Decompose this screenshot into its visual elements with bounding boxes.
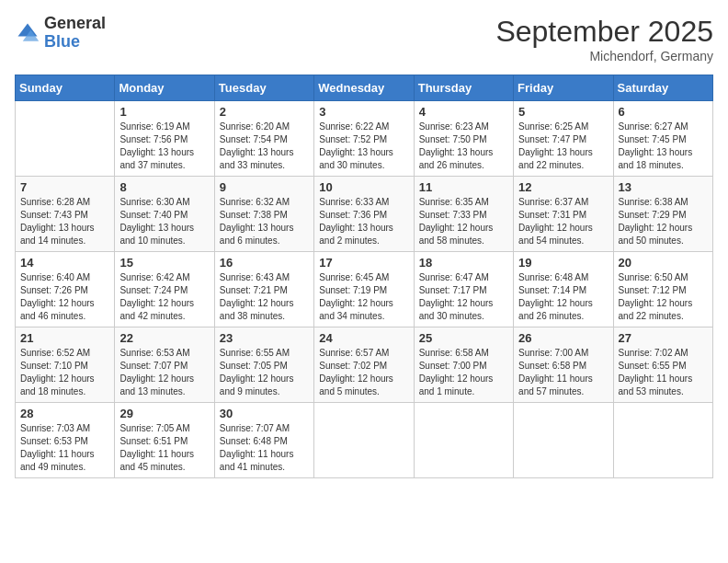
calendar-cell: 4Sunrise: 6:23 AMSunset: 7:50 PMDaylight… <box>414 101 513 177</box>
calendar-cell: 14Sunrise: 6:40 AMSunset: 7:26 PMDayligh… <box>16 252 115 327</box>
day-number: 8 <box>119 180 209 194</box>
calendar-cell: 20Sunrise: 6:50 AMSunset: 7:12 PMDayligh… <box>613 252 712 327</box>
day-number: 26 <box>518 331 608 345</box>
calendar-cell: 26Sunrise: 7:00 AMSunset: 6:58 PMDayligh… <box>514 327 613 403</box>
day-info: Sunrise: 6:27 AMSunset: 7:45 PMDaylight:… <box>619 121 708 172</box>
calendar-cell: 7Sunrise: 6:28 AMSunset: 7:43 PMDaylight… <box>16 177 115 252</box>
calendar-cell <box>414 403 513 478</box>
calendar-cell: 18Sunrise: 6:47 AMSunset: 7:17 PMDayligh… <box>414 252 513 327</box>
calendar-week-row: 28Sunrise: 7:03 AMSunset: 6:53 PMDayligh… <box>16 403 713 478</box>
calendar-cell: 3Sunrise: 6:22 AMSunset: 7:52 PMDaylight… <box>314 101 414 177</box>
day-info: Sunrise: 6:38 AMSunset: 7:29 PMDaylight:… <box>619 196 708 247</box>
day-number: 16 <box>220 256 309 270</box>
day-number: 18 <box>419 256 508 270</box>
day-number: 10 <box>319 180 408 194</box>
calendar-week-row: 14Sunrise: 6:40 AMSunset: 7:26 PMDayligh… <box>16 252 713 327</box>
page-header: General Blue September 2025 Michendorf, … <box>15 15 713 63</box>
day-info: Sunrise: 6:19 AMSunset: 7:56 PMDaylight:… <box>119 121 209 172</box>
calendar-cell <box>514 403 613 478</box>
day-info: Sunrise: 6:48 AMSunset: 7:14 PMDaylight:… <box>518 271 608 323</box>
day-number: 15 <box>119 256 209 270</box>
weekday-header: Saturday <box>613 75 712 101</box>
logo-icon <box>15 20 40 46</box>
day-info: Sunrise: 6:33 AMSunset: 7:36 PMDaylight:… <box>319 196 408 247</box>
day-info: Sunrise: 6:22 AMSunset: 7:52 PMDaylight:… <box>319 121 408 172</box>
day-number: 1 <box>119 105 209 119</box>
day-number: 25 <box>419 331 508 345</box>
day-info: Sunrise: 7:00 AMSunset: 6:58 PMDaylight:… <box>518 347 608 398</box>
day-number: 2 <box>220 105 309 119</box>
calendar-cell: 16Sunrise: 6:43 AMSunset: 7:21 PMDayligh… <box>214 252 313 327</box>
calendar-cell <box>314 403 414 478</box>
day-number: 28 <box>20 407 109 420</box>
weekday-header: Monday <box>115 75 214 101</box>
day-info: Sunrise: 6:37 AMSunset: 7:31 PMDaylight:… <box>518 196 608 247</box>
logo-blue-text: Blue <box>44 33 106 52</box>
day-number: 11 <box>419 180 508 194</box>
day-info: Sunrise: 6:50 AMSunset: 7:12 PMDaylight:… <box>619 271 708 323</box>
day-info: Sunrise: 6:58 AMSunset: 7:00 PMDaylight:… <box>419 347 508 398</box>
calendar-cell: 5Sunrise: 6:25 AMSunset: 7:47 PMDaylight… <box>514 101 613 177</box>
weekday-header: Thursday <box>414 75 513 101</box>
day-number: 14 <box>20 256 109 270</box>
day-number: 3 <box>319 105 408 119</box>
calendar-cell: 27Sunrise: 7:02 AMSunset: 6:55 PMDayligh… <box>613 327 712 403</box>
day-info: Sunrise: 6:35 AMSunset: 7:33 PMDaylight:… <box>419 196 508 247</box>
calendar-cell: 11Sunrise: 6:35 AMSunset: 7:33 PMDayligh… <box>414 177 513 252</box>
calendar-cell: 12Sunrise: 6:37 AMSunset: 7:31 PMDayligh… <box>514 177 613 252</box>
calendar-cell: 2Sunrise: 6:20 AMSunset: 7:54 PMDaylight… <box>214 101 313 177</box>
title-block: September 2025 Michendorf, Germany <box>495 15 713 63</box>
day-info: Sunrise: 6:45 AMSunset: 7:19 PMDaylight:… <box>319 271 408 323</box>
location: Michendorf, Germany <box>495 49 713 63</box>
calendar-cell: 1Sunrise: 6:19 AMSunset: 7:56 PMDaylight… <box>115 101 214 177</box>
weekday-header: Tuesday <box>214 75 313 101</box>
month-title: September 2025 <box>495 15 713 49</box>
day-info: Sunrise: 6:32 AMSunset: 7:38 PMDaylight:… <box>220 196 309 247</box>
day-number: 30 <box>220 407 309 420</box>
day-info: Sunrise: 6:23 AMSunset: 7:50 PMDaylight:… <box>419 121 508 172</box>
day-number: 7 <box>20 180 109 194</box>
day-info: Sunrise: 6:53 AMSunset: 7:07 PMDaylight:… <box>119 347 209 398</box>
day-number: 22 <box>119 331 209 345</box>
day-number: 5 <box>518 105 608 119</box>
day-info: Sunrise: 6:28 AMSunset: 7:43 PMDaylight:… <box>20 196 109 247</box>
calendar-cell: 24Sunrise: 6:57 AMSunset: 7:02 PMDayligh… <box>314 327 414 403</box>
calendar-cell: 9Sunrise: 6:32 AMSunset: 7:38 PMDaylight… <box>214 177 313 252</box>
calendar-cell: 19Sunrise: 6:48 AMSunset: 7:14 PMDayligh… <box>514 252 613 327</box>
day-info: Sunrise: 6:55 AMSunset: 7:05 PMDaylight:… <box>220 347 309 398</box>
calendar-cell: 30Sunrise: 7:07 AMSunset: 6:48 PMDayligh… <box>214 403 313 478</box>
calendar-cell: 8Sunrise: 6:30 AMSunset: 7:40 PMDaylight… <box>115 177 214 252</box>
day-info: Sunrise: 6:43 AMSunset: 7:21 PMDaylight:… <box>220 271 309 323</box>
weekday-header: Wednesday <box>314 75 414 101</box>
day-number: 20 <box>619 256 708 270</box>
day-info: Sunrise: 6:52 AMSunset: 7:10 PMDaylight:… <box>20 347 109 398</box>
calendar-cell: 6Sunrise: 6:27 AMSunset: 7:45 PMDaylight… <box>613 101 712 177</box>
day-info: Sunrise: 6:47 AMSunset: 7:17 PMDaylight:… <box>419 271 508 323</box>
calendar-header-row: SundayMondayTuesdayWednesdayThursdayFrid… <box>16 75 713 101</box>
calendar-cell: 25Sunrise: 6:58 AMSunset: 7:00 PMDayligh… <box>414 327 513 403</box>
day-number: 4 <box>419 105 508 119</box>
calendar-week-row: 1Sunrise: 6:19 AMSunset: 7:56 PMDaylight… <box>16 101 713 177</box>
calendar-cell: 17Sunrise: 6:45 AMSunset: 7:19 PMDayligh… <box>314 252 414 327</box>
day-info: Sunrise: 6:25 AMSunset: 7:47 PMDaylight:… <box>518 121 608 172</box>
day-info: Sunrise: 7:05 AMSunset: 6:51 PMDaylight:… <box>119 422 209 474</box>
calendar-week-row: 7Sunrise: 6:28 AMSunset: 7:43 PMDaylight… <box>16 177 713 252</box>
weekday-header: Sunday <box>16 75 115 101</box>
day-number: 17 <box>319 256 408 270</box>
weekday-header: Friday <box>514 75 613 101</box>
day-info: Sunrise: 6:20 AMSunset: 7:54 PMDaylight:… <box>220 121 309 172</box>
day-info: Sunrise: 6:40 AMSunset: 7:26 PMDaylight:… <box>20 271 109 323</box>
day-info: Sunrise: 6:57 AMSunset: 7:02 PMDaylight:… <box>319 347 408 398</box>
day-info: Sunrise: 7:07 AMSunset: 6:48 PMDaylight:… <box>220 422 309 474</box>
day-info: Sunrise: 6:30 AMSunset: 7:40 PMDaylight:… <box>119 196 209 247</box>
day-number: 13 <box>619 180 708 194</box>
calendar-cell <box>16 101 115 177</box>
calendar-cell: 21Sunrise: 6:52 AMSunset: 7:10 PMDayligh… <box>16 327 115 403</box>
calendar-cell: 29Sunrise: 7:05 AMSunset: 6:51 PMDayligh… <box>115 403 214 478</box>
day-number: 29 <box>119 407 209 420</box>
logo-general-text: General <box>44 15 106 33</box>
day-number: 27 <box>619 331 708 345</box>
logo: General Blue <box>15 15 106 52</box>
day-info: Sunrise: 7:03 AMSunset: 6:53 PMDaylight:… <box>20 422 109 474</box>
day-number: 12 <box>518 180 608 194</box>
